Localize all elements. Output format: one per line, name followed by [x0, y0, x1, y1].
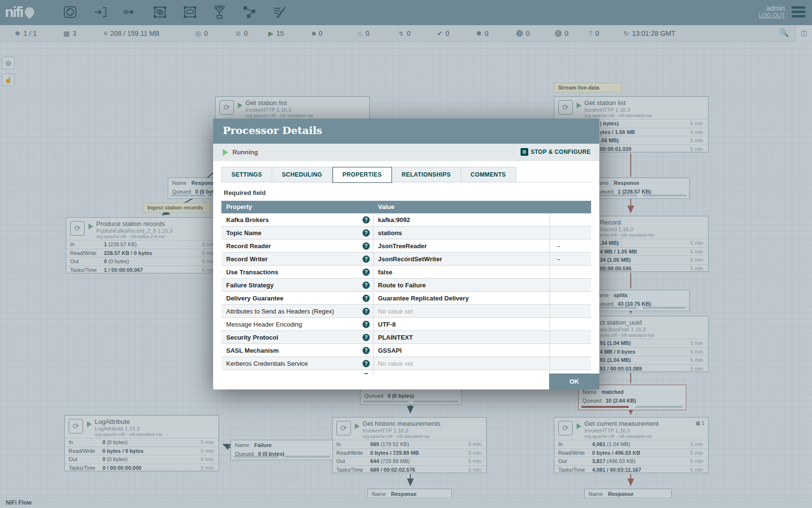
column-divider — [550, 213, 550, 226]
column-divider — [373, 279, 374, 291]
column-divider — [550, 292, 550, 304]
column-divider — [550, 331, 550, 344]
property-name: Record Writer — [226, 255, 268, 263]
column-divider — [373, 213, 374, 226]
property-value: No value set — [378, 360, 413, 367]
properties-table-header: Property Value — [221, 201, 591, 213]
property-row: Attributes to Send as Headers (Regex)?No… — [221, 305, 591, 318]
column-divider — [373, 292, 374, 304]
run-status-text: Running — [232, 149, 258, 156]
go-to-service-icon[interactable]: → — [555, 242, 561, 249]
property-name: Kerberos Credentials Service — [226, 360, 308, 367]
property-row: Kafka Brokers?kafka:9092 — [221, 213, 591, 226]
property-value: No value set — [378, 373, 413, 374]
column-divider — [550, 253, 550, 265]
property-value: stations — [378, 229, 402, 237]
property-value: PLAINTEXT — [378, 334, 413, 341]
column-divider — [373, 344, 374, 357]
property-row: Kerberos Credentials Service?No value se… — [221, 357, 591, 370]
required-field-note: Required field — [224, 189, 266, 196]
property-name: Kerberos Service Name — [226, 373, 293, 374]
column-divider — [373, 357, 374, 370]
tab-settings[interactable]: SETTINGS — [221, 167, 272, 182]
help-icon[interactable]: ? — [362, 347, 370, 354]
column-divider — [550, 357, 550, 370]
column-divider — [550, 226, 550, 239]
processor-details-dialog: Processor Details Running ⚙ STOP & CONFI… — [213, 119, 599, 389]
property-row: Message Header Encoding?UTF-8 — [221, 318, 591, 331]
column-divider — [550, 305, 550, 317]
column-divider — [373, 305, 374, 317]
column-divider — [373, 370, 374, 374]
property-value: UTF-8 — [378, 321, 396, 328]
tab-comments[interactable]: COMMENTS — [461, 167, 516, 182]
property-value: false — [378, 269, 392, 276]
help-icon[interactable]: ? — [362, 308, 370, 315]
tab-relationships[interactable]: RELATIONSHIPS — [392, 167, 461, 182]
property-row: Record Reader?JsonTreeReader→ — [221, 239, 591, 253]
column-divider — [550, 239, 550, 252]
help-icon[interactable]: ? — [362, 360, 370, 367]
help-icon[interactable]: ? — [362, 229, 370, 237]
help-icon[interactable]: ? — [362, 321, 370, 328]
property-name: Delivery Guarantee — [226, 295, 284, 302]
column-divider — [373, 318, 374, 330]
help-icon[interactable]: ? — [362, 242, 370, 250]
property-name: Attributes to Send as Headers (Regex) — [226, 308, 334, 315]
column-divider — [373, 331, 374, 344]
column-property: Property — [226, 203, 252, 210]
gear-icon: ⚙ — [521, 148, 528, 156]
property-row: SASL Mechanism?GSSAPI — [221, 344, 591, 357]
column-divider — [373, 253, 374, 265]
property-name: Security Protocol — [226, 334, 278, 341]
property-row: Delivery Guarantee?Guarantee Replicated … — [221, 292, 591, 305]
property-name: Failure Strategy — [226, 282, 274, 289]
property-value: Route to Failure — [378, 282, 426, 289]
help-icon[interactable]: ? — [362, 216, 370, 224]
help-icon[interactable]: ? — [362, 282, 370, 289]
help-icon[interactable]: ? — [362, 255, 370, 263]
property-value: kafka:9092 — [378, 216, 410, 224]
property-row: Record Writer?JsonRecordSetWriter→ — [221, 253, 591, 266]
properties-table[interactable]: Property Value Kafka Brokers?kafka:9092T… — [221, 201, 591, 374]
column-divider — [550, 344, 550, 357]
column-divider — [373, 226, 374, 239]
column-divider — [550, 266, 550, 278]
go-to-service-icon[interactable]: → — [555, 255, 561, 262]
property-name: Record Reader — [226, 242, 271, 250]
property-name: Use Transactions — [226, 269, 278, 276]
property-row: Kerberos Service Name?No value set — [221, 370, 591, 374]
help-icon[interactable]: ? — [362, 334, 370, 341]
property-name: Kafka Brokers — [226, 216, 269, 224]
property-name: Topic Name — [226, 229, 261, 237]
stop-and-configure-label: STOP & CONFIGURE — [531, 149, 591, 155]
column-divider — [550, 318, 550, 330]
help-icon[interactable]: ? — [362, 295, 370, 302]
property-value: No value set — [378, 308, 413, 315]
stop-and-configure-button[interactable]: ⚙ STOP & CONFIGURE — [521, 148, 591, 156]
dialog-status-row: Running ⚙ STOP & CONFIGURE — [213, 144, 599, 161]
help-icon[interactable]: ? — [362, 269, 370, 276]
property-value: JsonRecordSetWriter — [378, 255, 442, 263]
tab-properties[interactable]: PROPERTIES — [333, 167, 392, 183]
column-divider — [373, 266, 374, 278]
tab-scheduling[interactable]: SCHEDULING — [272, 167, 332, 182]
column-divider — [373, 239, 374, 252]
property-value: GSSAPI — [378, 347, 402, 354]
column-value: Value — [378, 203, 394, 210]
property-value: Guarantee Replicated Delivery — [378, 295, 469, 302]
running-icon — [223, 149, 228, 156]
property-value: JsonTreeReader — [378, 242, 427, 250]
property-row: Security Protocol?PLAINTEXT — [221, 331, 591, 344]
property-row: Use Transactions?false — [221, 266, 591, 279]
dialog-title: Processor Details — [223, 124, 322, 136]
nifi-app: nifi admin LOG OUT ↻ 13:01:28 GMT 🔍 ◫ ❖1… — [0, 0, 812, 508]
property-row: Failure Strategy?Route to Failure — [221, 279, 591, 292]
dialog-tabs: SETTINGS SCHEDULING PROPERTIES RELATIONS… — [221, 167, 591, 182]
ok-button[interactable]: OK — [549, 374, 599, 389]
help-icon[interactable]: ? — [362, 373, 370, 374]
column-divider — [550, 279, 550, 291]
property-name: SASL Mechanism — [226, 347, 279, 354]
property-name: Message Header Encoding — [226, 321, 302, 328]
property-row: Topic Name?stations — [221, 226, 591, 239]
